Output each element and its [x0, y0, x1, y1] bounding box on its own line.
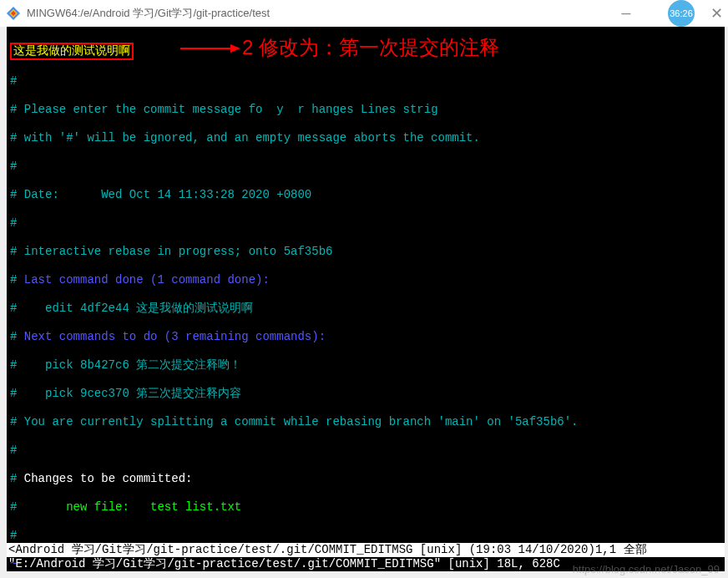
- app-icon: [7, 7, 20, 20]
- minimize-button[interactable]: —: [609, 5, 643, 22]
- editor-line: Changes to be committed:: [24, 472, 193, 485]
- terminal-editor[interactable]: 这是我做的测试说明啊 # # Please enter the commit m…: [7, 27, 725, 571]
- vim-status-line: <Android 学习/Git学习/git-practice/test/.git…: [7, 543, 725, 557]
- commit-msg-first-line: 这是我做的测试说明啊: [13, 44, 130, 58]
- editor-line: # Please enter the commit message fo: [10, 103, 262, 116]
- window-titlebar: MINGW64:/e/Android 学习/Git学习/git-practice…: [0, 0, 728, 27]
- watermark-text: https://blog.csdn.net/Jason_99: [573, 563, 720, 575]
- editor-line: #: [10, 74, 721, 89]
- editor-line: # pick 9cec370 第三次提交注释内容: [10, 387, 721, 401]
- editor-line: #: [10, 216, 721, 231]
- editor-line: Last command done (1 command done):: [24, 273, 270, 286]
- window-controls: — 36:26 ✕: [609, 0, 728, 27]
- editor-line: #: [10, 529, 721, 543]
- close-button[interactable]: ✕: [705, 2, 728, 25]
- svg-marker-4: [230, 44, 240, 53]
- editor-line: # with '#' will be ignored, and an empty…: [10, 131, 721, 145]
- editor-line: #: [10, 160, 721, 174]
- editor-line: #: [10, 444, 721, 458]
- annotation-arrow-icon: [180, 43, 240, 53]
- editor-line: Next commands to do (3 remaining command…: [24, 330, 326, 343]
- time-badge: 36:26: [668, 0, 695, 27]
- editor-line: # Date: Wed Oct 14 11:33:28 2020 +0800: [10, 188, 721, 202]
- editor-line: # You are currently splitting a commit w…: [10, 415, 721, 429]
- editor-line: # edit 4df2e44 这是我做的测试说明啊: [10, 302, 721, 316]
- window-title: MINGW64:/e/Android 学习/Git学习/git-practice…: [27, 6, 270, 21]
- editor-line: # pick 8b427c6 第二次提交注释哟！: [10, 358, 721, 373]
- annotation-text: 2 修改为：第一次提交的注释: [242, 34, 499, 61]
- editor-line: # interactive rebase in progress; onto 5…: [10, 245, 721, 259]
